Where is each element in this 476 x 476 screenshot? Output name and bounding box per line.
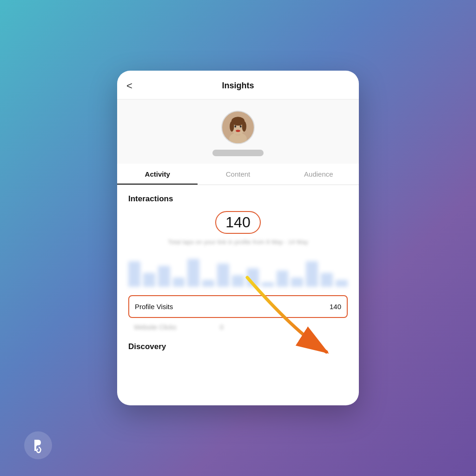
avatar xyxy=(221,111,255,144)
chart-bar xyxy=(247,268,259,287)
tab-content[interactable]: Content xyxy=(198,164,278,185)
header: < Insights xyxy=(117,71,359,99)
username-placeholder xyxy=(212,150,264,156)
profile-visits-label: Profile Visits xyxy=(135,303,173,311)
interactions-number-wrap: 140 xyxy=(128,211,348,234)
interactions-title: Interactions xyxy=(128,194,348,204)
chart-bar xyxy=(277,271,289,287)
discovery-title: Discovery xyxy=(128,340,348,351)
chart-bar xyxy=(217,264,229,287)
chart-bar xyxy=(336,280,348,287)
back-button[interactable]: < xyxy=(126,80,132,92)
chart-bar xyxy=(232,275,244,287)
chart-bar xyxy=(291,278,303,287)
content-area: Interactions 140 Total taps on your link… xyxy=(117,185,359,405)
logo xyxy=(24,431,52,459)
tab-audience[interactable]: Audience xyxy=(278,164,359,185)
interactions-subtitle: Total taps on your link in profile from … xyxy=(128,238,348,247)
page-title: Insights xyxy=(222,81,254,91)
chart-bar xyxy=(321,273,333,287)
tab-activity[interactable]: Activity xyxy=(117,164,198,185)
chart-bar xyxy=(202,280,214,287)
chart-bar xyxy=(187,259,199,287)
chart-bar xyxy=(173,278,185,287)
chart-bar xyxy=(128,261,140,287)
chart-bar xyxy=(306,261,318,287)
svg-point-7 xyxy=(234,126,236,128)
chart-bar xyxy=(158,266,170,287)
phone-card: < Insights xyxy=(117,71,359,405)
svg-point-8 xyxy=(240,126,242,128)
svg-point-6 xyxy=(242,121,246,132)
interactions-count: 140 xyxy=(215,211,260,234)
website-clicks-row: Website Clicks 0 xyxy=(128,322,348,333)
svg-point-12 xyxy=(36,441,40,444)
profile-section xyxy=(117,99,359,164)
svg-point-5 xyxy=(230,121,234,132)
profile-visits-value: 140 xyxy=(330,303,341,311)
chart-bar xyxy=(262,282,274,287)
chart-bar xyxy=(143,273,155,287)
chart-bars xyxy=(128,254,348,287)
profile-visits-row: Profile Visits 140 xyxy=(128,295,348,318)
tabs-container: Activity Content Audience xyxy=(117,164,359,185)
